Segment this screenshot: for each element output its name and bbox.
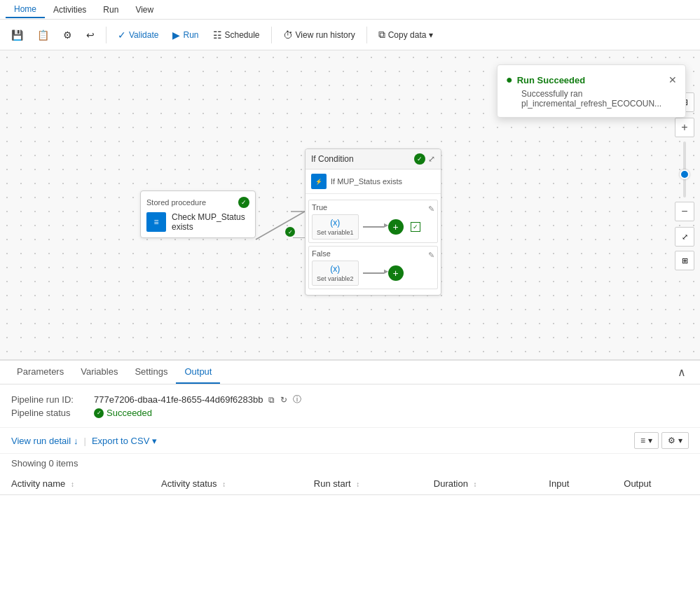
if-condition-icons: ✓ ⤢ xyxy=(414,153,435,165)
node-header: Stored procedure ✓ xyxy=(146,197,249,208)
nav-home[interactable]: Home xyxy=(6,1,45,18)
zoom-in-button[interactable]: + xyxy=(675,118,694,137)
collapse-panel-button[interactable]: ∧ xyxy=(672,363,692,382)
pipeline-status-row: Pipeline status ✓ Succeeded xyxy=(11,408,689,418)
variable-icon: (x) xyxy=(330,218,340,228)
copy-data-button[interactable]: ⧉ Copy data ▾ xyxy=(373,26,439,43)
true-branch-arrow xyxy=(363,226,384,228)
schedule-button[interactable]: ☷ Schedule xyxy=(207,27,266,43)
output-table: Activity name ↕ Activity status ↕ Run st… xyxy=(0,473,700,495)
notif-body: Successfully ran pl_incremental_refresh_… xyxy=(506,89,677,109)
showing-items-label: Showing 0 items xyxy=(0,454,700,473)
false-branch: False ✎ (x) Set variable2 + xyxy=(308,246,438,289)
copy-data-dropdown-icon: ▾ xyxy=(429,30,433,40)
true-branch-label: True xyxy=(312,203,327,212)
stored-proc-icon: ≡ xyxy=(146,212,166,232)
close-notification-button[interactable]: ✕ xyxy=(668,74,677,85)
pipeline-run-id-label: Pipeline run ID: xyxy=(11,394,88,405)
divider-1 xyxy=(106,27,107,43)
set-variable1-node[interactable]: (x) Set variable1 xyxy=(312,214,359,240)
variable2-icon: (x) xyxy=(330,264,340,274)
dropdown-icon: ▾ xyxy=(152,436,157,446)
add-true-activity-button[interactable]: + xyxy=(388,219,404,235)
copy-icon: ⧉ xyxy=(378,29,385,41)
sort-icon-activity: ↕ xyxy=(71,480,74,488)
col-run-start[interactable]: Run start ↕ xyxy=(303,473,423,495)
pipeline-run-id-row: Pipeline run ID: 777e7206-dbaa-41fe-8655… xyxy=(11,394,689,406)
undo-icon: ↩ xyxy=(86,29,95,41)
filter-button[interactable]: ≡ ▾ xyxy=(634,432,659,449)
filter-icon: ≡ xyxy=(640,436,645,445)
false-branch-arrow xyxy=(363,272,384,274)
node-content: ≡ Check MUP_Status exists xyxy=(146,212,249,232)
bottom-panel: Parameters Variables Settings Output ∧ P… xyxy=(0,359,700,589)
stored-procedure-node[interactable]: Stored procedure ✓ ≡ Check MUP_Status ex… xyxy=(140,190,256,238)
if-condition-expression: ⚡ If MUP_Status exists xyxy=(306,169,441,194)
true-branch: True ✎ (x) Set variable1 + ✓ xyxy=(308,200,438,243)
action-bar: View run detail ↓ | Export to CSV ▾ ≡ ▾ … xyxy=(0,428,700,454)
save-icon: 💾 xyxy=(11,29,23,41)
if-condition-header: If Condition ✓ ⤢ xyxy=(306,149,441,169)
validate-icon: ✓ xyxy=(118,29,126,41)
edit-false-branch-icon[interactable]: ✎ xyxy=(428,251,434,260)
sort-icon-status: ↕ xyxy=(222,480,226,488)
tab-variables[interactable]: Variables xyxy=(72,361,126,384)
canvas-area[interactable]: Stored procedure ✓ ≡ Check MUP_Status ex… xyxy=(0,50,700,395)
toolbar: 💾 📋 ⚙ ↩ ✓ Validate ▶ Run ☷ Schedule ⏱ Vi… xyxy=(0,20,700,50)
condition-text: If MUP_Status exists xyxy=(331,177,402,186)
if-branches: True ✎ (x) Set variable1 + ✓ xyxy=(306,194,441,295)
status-text: Succeeded xyxy=(107,408,152,418)
table-header: Activity name ↕ Activity status ↕ Run st… xyxy=(0,473,700,495)
filter-dropdown-icon: ▾ xyxy=(648,436,652,445)
col-activity-name[interactable]: Activity name ↕ xyxy=(0,473,150,495)
col-activity-status[interactable]: Activity status ↕ xyxy=(150,473,303,495)
run-icon: ▶ xyxy=(172,29,180,41)
add-false-activity-button[interactable]: + xyxy=(388,265,404,281)
top-nav: Home Activities Run View xyxy=(0,0,700,20)
notebook-button[interactable]: 📋 xyxy=(32,27,55,43)
view-run-detail-link[interactable]: View run detail ↓ xyxy=(11,436,78,446)
set-variable2-node[interactable]: (x) Set variable2 xyxy=(312,261,359,286)
if-condition-node[interactable]: If Condition ✓ ⤢ ⚡ If MUP_Status exists … xyxy=(305,148,441,296)
settings-button[interactable]: ⚙ xyxy=(57,27,78,43)
expand-icon[interactable]: ⤢ xyxy=(428,154,435,164)
zoom-out-button[interactable]: − xyxy=(675,202,694,221)
status-dot: ✓ xyxy=(94,408,104,418)
history-icon: ⏱ xyxy=(283,29,293,41)
copy-run-id-button[interactable]: ⧉ xyxy=(268,395,275,405)
zoom-slider[interactable] xyxy=(675,141,694,198)
status-badge: ✓ Succeeded xyxy=(94,408,152,418)
notebook-icon: 📋 xyxy=(37,29,49,41)
variable1-label: Set variable1 xyxy=(317,229,354,236)
success-circle-icon: ● xyxy=(506,74,513,86)
group-button[interactable]: ⚙ ▾ xyxy=(661,432,689,449)
zoom-grid-button[interactable]: ⊞ xyxy=(675,251,694,270)
validate-button[interactable]: ✓ Validate xyxy=(112,27,164,43)
tab-parameters[interactable]: Parameters xyxy=(8,361,72,384)
node-title: Stored procedure xyxy=(146,198,206,207)
info-run-button[interactable]: ⓘ xyxy=(293,394,301,406)
export-csv-link[interactable]: Export to CSV ▾ xyxy=(92,436,157,446)
col-duration[interactable]: Duration ↕ xyxy=(423,473,538,495)
condition-icon: ⚡ xyxy=(311,174,327,189)
undo-button[interactable]: ↩ xyxy=(81,27,100,43)
save-button[interactable]: 💾 xyxy=(6,27,29,43)
nav-run[interactable]: Run xyxy=(95,2,127,18)
nav-view[interactable]: View xyxy=(127,2,162,18)
pipeline-info: Pipeline run ID: 777e7206-dbaa-41fe-8655… xyxy=(0,384,700,428)
pipeline-run-id-value: 777e7206-dbaa-41fe-8655-44d69f6283bb xyxy=(94,394,263,405)
group-dropdown-icon: ▾ xyxy=(678,436,682,445)
edit-true-branch-icon[interactable]: ✎ xyxy=(428,205,434,214)
tab-output[interactable]: Output xyxy=(176,361,220,384)
node-label: Check MUP_Status exists xyxy=(172,212,249,232)
bottom-tabs: Parameters Variables Settings Output ∧ xyxy=(0,361,700,384)
zoom-fit-button[interactable]: ⤢ xyxy=(675,227,694,247)
gear-icon: ⚙ xyxy=(63,29,72,41)
view-run-history-button[interactable]: ⏱ View run history xyxy=(277,27,361,43)
if-condition-title: If Condition xyxy=(311,154,354,164)
nav-activities[interactable]: Activities xyxy=(45,2,95,18)
run-button[interactable]: ▶ Run xyxy=(167,27,204,43)
divider-2 xyxy=(271,27,272,43)
tab-settings[interactable]: Settings xyxy=(126,361,176,384)
refresh-run-button[interactable]: ↻ xyxy=(280,395,287,405)
